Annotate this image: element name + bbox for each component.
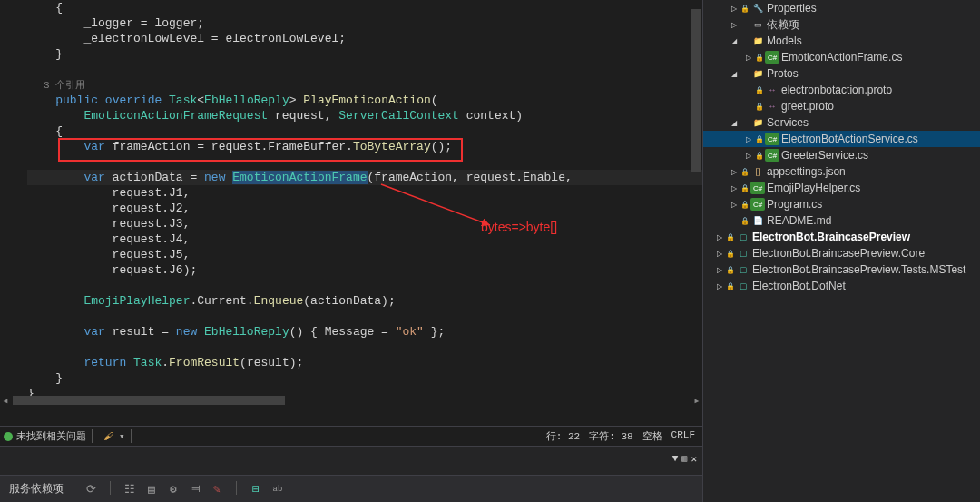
- folder-icon: 📁: [750, 67, 765, 80]
- setting-icon[interactable]: ⚙: [165, 481, 181, 497]
- scrollbar-thumb[interactable]: [691, 9, 701, 172]
- bottom-toolbar: 服务依赖项 ⟳ ☷ ▤ ⚙ ⫤ ✎ ⊟ ab: [0, 475, 702, 502]
- tree-item-program[interactable]: ▷🔒C#Program.cs: [703, 196, 980, 212]
- refresh-icon[interactable]: ⟳: [83, 481, 99, 497]
- tree-label: README.md: [767, 214, 831, 227]
- tree-label: Services: [767, 116, 808, 129]
- chevron-right-icon: ▷: [729, 184, 740, 192]
- list-icon[interactable]: ▤: [143, 481, 160, 497]
- lock-icon: 🔒: [740, 168, 750, 176]
- ab-icon[interactable]: ab: [270, 481, 286, 497]
- align-icon[interactable]: ⫤: [187, 481, 203, 497]
- chevron-right-icon: ▷: [729, 21, 740, 29]
- tree-label: Protos: [767, 67, 799, 80]
- folder-icon: 📁: [750, 116, 765, 129]
- line-number[interactable]: 行: 22: [546, 429, 580, 443]
- chevron-right-icon: ▷: [714, 250, 725, 258]
- tree-label: Program.cs: [767, 198, 822, 211]
- csproj-icon: ▢: [736, 263, 750, 276]
- folder-icon: 📁: [750, 34, 765, 47]
- chevron-right-icon: ▷: [743, 152, 754, 160]
- tree-item-braincase-core[interactable]: ▷🔒▢ElectronBot.BraincasePreview.Core: [703, 245, 980, 261]
- line-ending[interactable]: CRLF: [671, 429, 695, 443]
- lock-icon: 🔒: [754, 103, 765, 111]
- csproj-icon: ▢: [736, 231, 750, 243]
- chevron-right-icon: ▷: [714, 233, 725, 241]
- tree-item-electron-service[interactable]: ▷🔒C#ElectronBotActionService.cs: [703, 131, 980, 147]
- deps-icon: ▭: [750, 18, 765, 31]
- tree-item-emoticon-frame[interactable]: ▷🔒C#EmoticonActionFrame.cs: [703, 49, 980, 65]
- status-ok-icon: [4, 432, 13, 441]
- scroll-right-icon[interactable]: ▶: [691, 395, 702, 406]
- chevron-right-icon: ▷: [729, 168, 740, 176]
- pin-icon[interactable]: ▥: [681, 453, 687, 464]
- tree-icon[interactable]: ☷: [122, 481, 138, 497]
- tree-label: ElectronBot.BraincasePreview.Tests.MSTes…: [752, 263, 965, 276]
- tree-item-greet-proto[interactable]: 🔒↔greet.proto: [703, 98, 980, 114]
- lock-icon: 🔒: [740, 201, 750, 209]
- chevron-right-icon: ▷: [729, 201, 740, 209]
- indent-mode[interactable]: 空格: [642, 429, 662, 443]
- wrench-icon: 🔧: [750, 2, 765, 15]
- tree-label: 依赖项: [767, 17, 799, 33]
- solution-explorer[interactable]: ▷🔒🔧Properties ▷▭依赖项 ◢📁Models ▷🔒C#Emotico…: [703, 0, 980, 502]
- csharp-icon: C#: [765, 149, 779, 162]
- tree-item-services[interactable]: ◢📁Services: [703, 114, 980, 131]
- lock-icon: 🔒: [754, 135, 765, 143]
- lock-icon: 🔒: [725, 250, 736, 258]
- col-number[interactable]: 字符: 38: [589, 429, 632, 443]
- edit-icon[interactable]: ✎: [209, 481, 225, 497]
- current-line: var actionData = new EmoticonActionFrame…: [27, 170, 702, 185]
- chevron-down-icon: ◢: [729, 37, 740, 45]
- tree-item-emoji-helper[interactable]: ▷🔒C#EmojiPlayHelper.cs: [703, 180, 980, 196]
- scrollbar-hthumb[interactable]: [13, 396, 285, 405]
- tree-item-braincase-tests[interactable]: ▷🔒▢ElectronBot.BraincasePreview.Tests.MS…: [703, 261, 980, 278]
- tree-item-dotnet[interactable]: ▷🔒▢ElectronBot.DotNet: [703, 278, 980, 294]
- csharp-icon: C#: [765, 51, 779, 64]
- chevron-down-icon: ◢: [729, 70, 740, 78]
- tree-item-protos[interactable]: ◢📁Protos: [703, 65, 980, 82]
- tree-item-electronbot-proto[interactable]: 🔒↔electronbotaction.proto: [703, 82, 980, 98]
- code-editor[interactable]: { _logger = logger; _electronLowLevel = …: [0, 0, 702, 426]
- scroll-left-icon[interactable]: ◀: [0, 395, 11, 406]
- proto-icon: ↔: [765, 100, 779, 113]
- tree-label: appsettings.json: [767, 165, 846, 178]
- markdown-icon: 📄: [750, 214, 765, 227]
- brush-icon[interactable]: 🖌: [103, 430, 113, 442]
- lock-icon: 🔒: [754, 54, 765, 62]
- horizontal-scrollbar[interactable]: ◀ ▶: [0, 395, 702, 406]
- tree-label: GreeterService.cs: [781, 149, 868, 162]
- csproj-icon: ▢: [736, 280, 750, 292]
- proto-icon: ↔: [765, 84, 779, 96]
- reference-count[interactable]: 3 个引用: [44, 80, 85, 91]
- tree-expand-icon[interactable]: ⊟: [248, 481, 264, 497]
- tab-service-deps[interactable]: 服务依赖项: [0, 477, 74, 500]
- issue-status[interactable]: 未找到相关问题: [16, 429, 86, 443]
- lock-icon: 🔒: [740, 5, 750, 13]
- tree-item-braincase[interactable]: ▷🔒▢ElectronBot.BraincasePreview: [703, 229, 980, 245]
- chevron-right-icon: ▷: [729, 5, 740, 13]
- annotation-arrow-icon: [372, 180, 504, 234]
- lock-icon: 🔒: [740, 217, 750, 225]
- lock-icon: 🔒: [754, 86, 765, 94]
- lock-icon: 🔒: [754, 152, 765, 160]
- tree-item-readme[interactable]: 🔒📄README.md: [703, 212, 980, 229]
- chevron-right-icon: ▷: [743, 135, 754, 143]
- chevron-right-icon: ▷: [743, 54, 754, 62]
- vertical-scrollbar[interactable]: [690, 0, 702, 426]
- csharp-icon: C#: [765, 133, 779, 145]
- tree-item-greeter-service[interactable]: ▷🔒C#GreeterService.cs: [703, 147, 980, 163]
- tree-item-models[interactable]: ◢📁Models: [703, 33, 980, 49]
- tree-item-properties[interactable]: ▷🔒🔧Properties: [703, 0, 980, 16]
- csproj-icon: ▢: [736, 247, 750, 260]
- chevron-down-icon: ◢: [729, 119, 740, 127]
- close-icon[interactable]: ✕: [691, 453, 697, 465]
- tree-label: ElectronBotActionService.cs: [781, 133, 918, 145]
- tree-label: greet.proto: [781, 100, 834, 113]
- dropdown-arrow-icon[interactable]: ▼: [672, 453, 679, 464]
- csharp-icon: C#: [750, 182, 765, 194]
- tree-item-appsettings[interactable]: ▷🔒{}appsettings.json: [703, 163, 980, 180]
- tree-label: Properties: [767, 2, 817, 15]
- tree-item-deps[interactable]: ▷▭依赖项: [703, 16, 980, 33]
- tree-label: ElectronBot.BraincasePreview.Core: [752, 247, 925, 260]
